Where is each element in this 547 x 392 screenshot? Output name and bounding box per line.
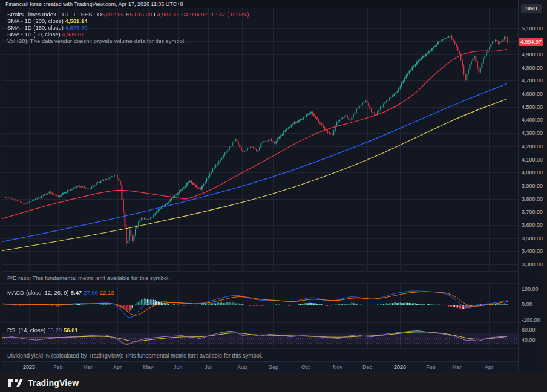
sma150-value: 4,676.70: [65, 24, 88, 31]
time-label: Jul: [205, 364, 212, 370]
sma150-label: SMA - 1D (150, close): [7, 24, 64, 31]
rsi-name: RSI: [7, 327, 17, 333]
high-value: 5,016.20: [130, 11, 152, 18]
close-label: C: [181, 11, 185, 18]
time-label: Feb: [53, 364, 63, 370]
close-value: 4,994.97: [185, 11, 208, 18]
legend-volume-row[interactable]: Vol (20): The data vendor doesn't provid…: [7, 38, 249, 44]
axis-tick-label: 4,400.00: [522, 117, 543, 123]
tradingview-snapshot: FinancialHorse created with TradingView.…: [0, 0, 547, 392]
axis-tick-label: 40.00: [522, 337, 536, 343]
legend-symbol-row[interactable]: Straits Times Index - 1D - FTSEST O5,012…: [7, 11, 249, 18]
axis-tick-label: 4,500.00: [522, 104, 543, 110]
time-label: Apr: [113, 364, 122, 370]
axis-tick-label: 4,900.00: [522, 51, 543, 57]
macd-legend[interactable]: MACD(close, 12, 26, 9)5.4727.6022.13: [7, 289, 116, 296]
change-value: -12.87 (-0.26%): [209, 11, 249, 18]
time-label: Sep: [269, 364, 278, 370]
time-label: Aug: [237, 364, 247, 370]
sma200-label: SMA - 1D (200, close): [7, 18, 64, 24]
footer-bar: TradingView: [0, 373, 547, 392]
tradingview-wordmark[interactable]: TradingView: [28, 378, 79, 388]
axis-tick-label: 3,800.00: [522, 196, 543, 202]
time-label: Mar: [452, 364, 462, 370]
legend-sma150-row[interactable]: SMA - 1D (150, close) 4,676.70: [7, 24, 249, 31]
axis-tick-label: 4,200.00: [522, 143, 543, 149]
dividend-message: Dividend yield % (calculated by TradingV…: [7, 352, 263, 359]
macd-line-value: 27.60: [84, 289, 98, 296]
time-axis[interactable]: 2025FebMarAprMayJunJulAugSepOctNovDec202…: [2, 361, 518, 373]
sma50-label: SMA - 1D (50, close): [7, 31, 61, 38]
pe-ratio-pane[interactable]: P/E ratio: This fundamental metric isn't…: [2, 271, 518, 283]
axis-tick-label: 4,600.00: [522, 91, 543, 97]
axis-tick-label: 80.00: [522, 327, 536, 333]
rsi-legend[interactable]: RSI(14, close)56.2856.01: [7, 327, 80, 333]
rsi-params: (14, close): [19, 327, 45, 333]
attribution-bar: FinancialHorse created with TradingView.…: [2, 0, 543, 8]
macd-signal-value: 22.13: [100, 289, 114, 296]
open-label: O: [97, 11, 102, 18]
rsi-canvas[interactable]: [2, 323, 518, 348]
axis-tick-label: 0.00: [522, 301, 532, 307]
time-label: Apr: [485, 364, 493, 370]
price-axis[interactable]: SGD 4,994.97 5,100.004,900.004,800.004,7…: [518, 0, 543, 373]
axis-tick-label: 4,800.00: [522, 65, 543, 71]
sma50-value: 4,939.07: [62, 31, 84, 38]
macd-params: (close, 12, 26, 9): [26, 289, 69, 296]
macd-name: MACD: [7, 289, 24, 296]
low-value: 4,987.85: [157, 11, 180, 18]
dividend-pane[interactable]: Dividend yield % (calculated by TradingV…: [2, 348, 518, 361]
axis-tick-label: 3,600.00: [522, 222, 543, 228]
price-chart-canvas[interactable]: [2, 8, 518, 271]
high-label: H: [126, 11, 130, 18]
axis-tick-label: 100.00: [522, 286, 539, 292]
price-pane[interactable]: Straits Times Index - 1D - FTSEST O5,012…: [2, 8, 518, 271]
sma200-value: 4,561.14: [65, 18, 88, 24]
open-value: 5,012.85: [102, 11, 124, 18]
currency-badge[interactable]: SGD: [521, 4, 542, 13]
axis-tick-label: 4,100.00: [522, 157, 543, 163]
time-label: 2026: [394, 364, 406, 370]
rsi-value: 56.28: [47, 327, 62, 333]
chart-legend: Straits Times Index - 1D - FTSEST O5,012…: [7, 11, 249, 44]
time-label: Feb: [426, 364, 436, 370]
time-label: Mar: [83, 364, 93, 370]
time-label: Jun: [174, 364, 183, 370]
axis-tick-label: 3,300.00: [522, 261, 543, 267]
time-label: Dec: [362, 364, 372, 370]
legend-sma50-row[interactable]: SMA - 1D (50, close) 4,939.07: [7, 31, 249, 38]
macd-hist-value: 5.47: [71, 289, 82, 296]
axis-tick-label: 3,900.00: [522, 183, 543, 189]
axis-tick-label: 4,300.00: [522, 130, 543, 136]
time-label: Nov: [333, 364, 342, 370]
rsi-ma-value: 56.01: [64, 327, 78, 333]
axis-tick-label: 4,000.00: [522, 169, 543, 175]
rsi-pane[interactable]: RSI(14, close)56.2856.01: [2, 322, 518, 348]
macd-pane[interactable]: MACD(close, 12, 26, 9)5.4727.6022.13: [2, 283, 518, 322]
axis-tick-label: 5,100.00: [522, 25, 543, 31]
axis-tick-label: 3,400.00: [522, 248, 543, 254]
symbol-title[interactable]: Straits Times Index - 1D - FTSEST: [7, 11, 96, 18]
last-price-label: 4,994.97: [519, 38, 543, 46]
tradingview-logo-icon[interactable]: [7, 377, 23, 388]
time-label: Oct: [301, 364, 310, 370]
pe-ratio-message: P/E ratio: This fundamental metric isn't…: [7, 274, 170, 281]
legend-sma200-row[interactable]: SMA - 1D (200, close) 4,561.14: [7, 18, 249, 24]
chart-container: FinancialHorse created with TradingView.…: [2, 0, 543, 373]
axis-tick-label: 3,500.00: [522, 235, 543, 241]
axis-tick-label: 3,700.00: [522, 209, 543, 215]
axis-tick-label: 4,700.00: [522, 77, 543, 83]
time-label: 2025: [23, 364, 35, 370]
time-label: May: [143, 364, 153, 370]
axis-tick-label: -100.00: [522, 317, 540, 323]
